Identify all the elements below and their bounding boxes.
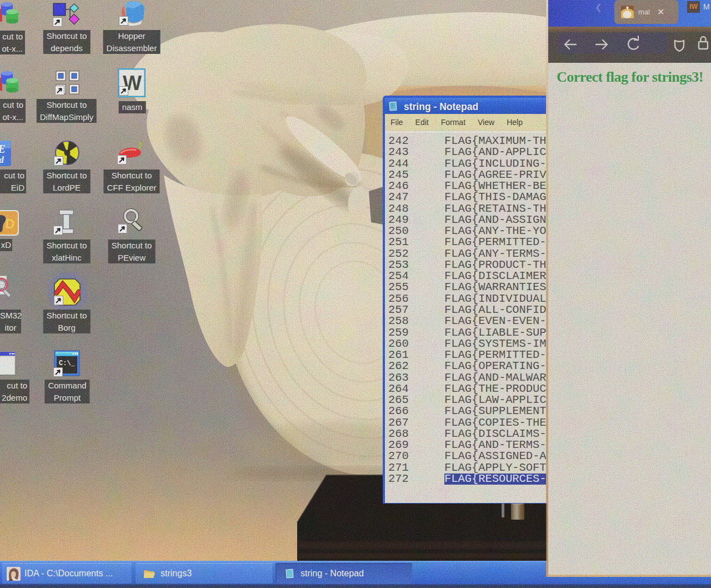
svg-text:eid: eid — [0, 155, 4, 165]
svg-text:D: D — [5, 216, 14, 231]
svg-text:PE: PE — [0, 143, 6, 155]
svg-text:C:\_: C:\_ — [59, 360, 76, 367]
